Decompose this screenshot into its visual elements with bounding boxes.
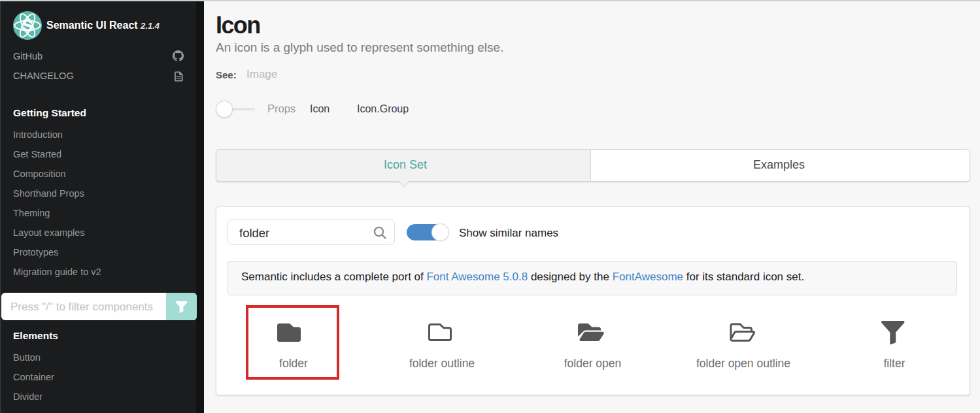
svg-text:S: S xyxy=(22,16,33,35)
